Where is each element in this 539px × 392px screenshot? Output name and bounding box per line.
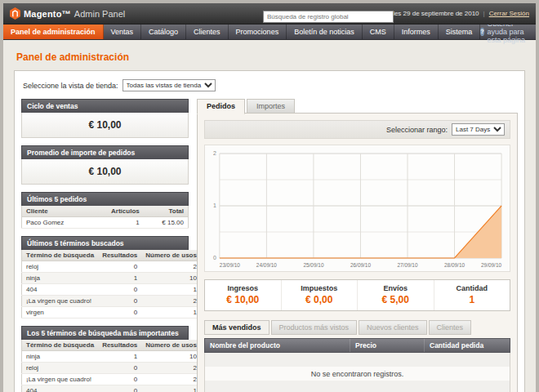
table-header-cell: Resultados xyxy=(98,340,141,351)
range-label: Seleccionar rango: xyxy=(386,126,448,134)
column-header-qty: Cantidad pedida xyxy=(424,339,510,352)
tab-pedidos[interactable]: Pedidos xyxy=(197,99,245,114)
right-column: Pedidos Importes Seleccionar rango: Last… xyxy=(197,99,518,392)
stat-value: € 0,00 xyxy=(282,294,358,305)
table-cell: 2 xyxy=(141,261,201,273)
svg-text:0: 0 xyxy=(213,255,216,261)
table-cell: ninja xyxy=(22,273,99,284)
table-cell: ninja xyxy=(22,351,99,363)
table-cell: 404 xyxy=(22,284,99,296)
table-row: reloj02 xyxy=(22,363,202,374)
box-title: Ciclo de ventas xyxy=(21,99,189,113)
table-cell: 0 xyxy=(98,374,141,385)
totals-bar: Ingresos € 10,00 Impuestos € 0,00 Envíos… xyxy=(204,279,510,311)
table-row: 40401 xyxy=(22,284,202,296)
table-cell: 0 xyxy=(98,363,141,374)
table-row: 40401 xyxy=(22,385,202,392)
table-row: reloj02 xyxy=(22,261,202,273)
column-header-product: Nombre del producto xyxy=(205,339,350,352)
stat-ingresos: Ingresos € 10,00 xyxy=(205,280,282,310)
table-row: Paco Gomez1€ 15.00 xyxy=(22,217,189,229)
table-header-cell: Cliente xyxy=(22,206,91,217)
empty-records-text: No se encontraron registros. xyxy=(205,370,510,378)
top-search-terms-box: Los 5 términos de búsqueda más important… xyxy=(21,326,189,392)
table-cell: 2 xyxy=(141,296,201,307)
column-header-price: Precio xyxy=(350,339,424,352)
tab-mas-vendidos[interactable]: Más vendidos xyxy=(204,320,270,335)
magento-logo-icon xyxy=(10,7,20,20)
table-row: ninja110 xyxy=(22,273,202,284)
range-selector-row: Seleccionar rango: Last 7 Days xyxy=(204,120,510,139)
box-title: Últimos 5 pedidos xyxy=(21,192,189,206)
nav-item-sistema[interactable]: Sistema xyxy=(439,24,481,39)
nav-item-promociones[interactable]: Promociones xyxy=(229,24,287,39)
nav-item-clientes[interactable]: Clientes xyxy=(186,24,229,39)
stat-envios: Envíos € 5,00 xyxy=(358,280,434,310)
table-cell: 0 xyxy=(98,385,141,392)
average-orders-box: Promedio de importe de pedidos € 10,00 xyxy=(21,145,189,185)
page-title: Panel de administración xyxy=(16,51,525,63)
lifetime-sales-box: Ciclo de ventas € 10,00 xyxy=(21,99,189,138)
separator: | xyxy=(483,10,485,17)
tab-nuevos-clientes[interactable]: Nuevos clientes xyxy=(359,320,427,335)
tab-productos-mas-vistos[interactable]: Productos más vistos xyxy=(271,320,358,335)
stat-value: € 5,00 xyxy=(358,294,434,305)
tab-clientes[interactable]: Clientes xyxy=(429,320,472,335)
table-cell: 10 xyxy=(141,351,201,363)
help-link[interactable]: ? Obtener ayuda para esta página xyxy=(480,24,536,39)
nav-item-dashboard[interactable]: Panel de administración xyxy=(3,24,104,39)
products-tabs: Más vendidos Productos más vistos Nuevos… xyxy=(204,320,510,335)
svg-text:1: 1 xyxy=(213,203,216,208)
table-header-cell: Total xyxy=(144,206,189,217)
table-cell: 1 xyxy=(141,284,201,296)
dashboard-panel: Seleccione la vista de tienda: Todas las… xyxy=(14,70,525,392)
table-cell: virgen xyxy=(22,307,99,318)
table-cell: 1 xyxy=(90,217,144,229)
nav-item-catalogo[interactable]: Catálogo xyxy=(141,24,186,39)
table-cell: 1 xyxy=(141,385,201,392)
svg-text:2: 2 xyxy=(213,150,216,156)
last-orders-box: Últimos 5 pedidos ClienteArtículosTotalP… xyxy=(21,192,189,229)
table-row: virgen01 xyxy=(22,307,202,318)
stat-label: Cantidad xyxy=(434,284,510,292)
table-header-cell: Término de búsqueda xyxy=(22,340,99,351)
global-search-input[interactable] xyxy=(263,11,394,23)
chart-tabs: Pedidos Importes xyxy=(197,99,518,114)
last-search-terms-box: Últimos 5 términos buscados Término de b… xyxy=(21,236,189,318)
store-view-select[interactable]: Todas las vistas de tienda xyxy=(122,79,216,91)
table-header-cell: Número de usos xyxy=(141,250,201,261)
last-orders-table: ClienteArtículosTotalPaco Gomez1€ 15.00 xyxy=(21,206,189,229)
nav-item-informes[interactable]: Informes xyxy=(394,24,439,39)
nav-item-cms[interactable]: CMS xyxy=(363,24,394,39)
global-search xyxy=(263,7,394,23)
table-cell: 2 xyxy=(141,363,201,374)
table-cell: 0 xyxy=(98,261,141,273)
table-header-cell: Artículos xyxy=(90,206,144,217)
admin-header: Magento™ Admin Panel Accedió como aparo … xyxy=(3,3,536,24)
box-title: Los 5 términos de búsqueda más important… xyxy=(21,326,189,340)
nav-item-boletin[interactable]: Boletín de noticias xyxy=(287,24,363,39)
tab-importes[interactable]: Importes xyxy=(247,99,295,114)
table-header-cell: Término de búsqueda xyxy=(22,250,99,261)
svg-text:23/09/10: 23/09/10 xyxy=(220,262,240,268)
help-icon: ? xyxy=(480,28,483,36)
table-cell: ¡La virgen que cuadro! xyxy=(22,296,99,307)
table-row: ¡La virgen que cuadro!02 xyxy=(22,296,202,307)
magento-logo: Magento™ Admin Panel xyxy=(10,7,270,20)
orders-chart-container: 01223/09/1024/09/1025/09/1026/09/1027/09… xyxy=(204,145,510,272)
stat-value: 1 xyxy=(434,294,510,305)
range-select[interactable]: Last 7 Days xyxy=(452,123,505,136)
stat-label: Ingresos xyxy=(205,284,281,292)
table-cell: 0 xyxy=(98,296,141,307)
nav-item-ventas[interactable]: Ventas xyxy=(104,24,142,39)
left-column: Ciclo de ventas € 10,00 Promedio de impo… xyxy=(21,99,189,392)
box-title: Promedio de importe de pedidos xyxy=(21,145,189,159)
table-cell: ¡La virgen que cuadro! xyxy=(22,374,99,385)
table-cell: 1 xyxy=(141,307,201,318)
orders-chart: 01223/09/1024/09/1025/09/1026/09/1027/09… xyxy=(207,147,508,270)
products-table: Nombre del producto Precio Cantidad pedi… xyxy=(204,338,510,392)
table-cell: 1 xyxy=(98,351,141,363)
logout-link[interactable]: Cerrar Sesión xyxy=(489,10,529,17)
svg-text:25/09/10: 25/09/10 xyxy=(303,262,323,268)
top-search-terms-table: Término de búsquedaResultadosNúmero de u… xyxy=(21,340,202,392)
